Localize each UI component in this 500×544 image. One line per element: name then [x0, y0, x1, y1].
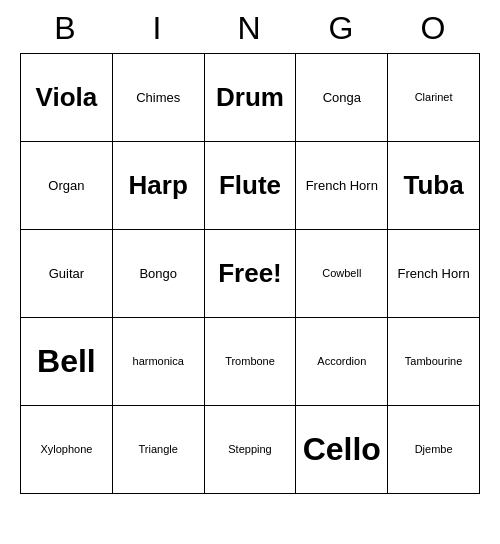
- bingo-cell: Drum: [205, 54, 297, 142]
- bingo-cell: Bell: [21, 318, 113, 406]
- header-letter: O: [388, 10, 480, 47]
- cell-label: Tambourine: [405, 355, 462, 368]
- bingo-cell: French Horn: [388, 230, 480, 318]
- bingo-cell: Guitar: [21, 230, 113, 318]
- cell-label: French Horn: [397, 266, 469, 282]
- cell-label: Guitar: [49, 266, 84, 282]
- cell-label: Stepping: [228, 443, 271, 456]
- table-row: XylophoneTriangleSteppingCelloDjembe: [21, 406, 480, 494]
- bingo-cell: Harp: [113, 142, 205, 230]
- bingo-cell: Trombone: [205, 318, 297, 406]
- cell-label: Free!: [218, 259, 282, 288]
- bingo-cell: Cowbell: [296, 230, 388, 318]
- bingo-cell: Organ: [21, 142, 113, 230]
- bingo-grid: ViolaChimesDrumCongaClarinetOrganHarpFlu…: [20, 53, 480, 494]
- table-row: BellharmonicaTromboneAccordionTambourine: [21, 318, 480, 406]
- cell-label: Cello: [303, 432, 381, 467]
- cell-label: Bongo: [139, 266, 177, 282]
- cell-label: Accordion: [317, 355, 366, 368]
- bingo-cell: Clarinet: [388, 54, 480, 142]
- bingo-cell: Free!: [205, 230, 297, 318]
- bingo-cell: Djembe: [388, 406, 480, 494]
- bingo-cell: Stepping: [205, 406, 297, 494]
- header-letter: B: [20, 10, 112, 47]
- bingo-cell: Conga: [296, 54, 388, 142]
- cell-label: Triangle: [139, 443, 178, 456]
- table-row: OrganHarpFluteFrench HornTuba: [21, 142, 480, 230]
- bingo-cell: harmonica: [113, 318, 205, 406]
- cell-label: Trombone: [225, 355, 275, 368]
- cell-label: Conga: [323, 90, 361, 106]
- header-letter: N: [204, 10, 296, 47]
- bingo-cell: Flute: [205, 142, 297, 230]
- table-row: ViolaChimesDrumCongaClarinet: [21, 54, 480, 142]
- header-letter: G: [296, 10, 388, 47]
- cell-label: Xylophone: [40, 443, 92, 456]
- bingo-cell: Viola: [21, 54, 113, 142]
- cell-label: Harp: [129, 171, 188, 200]
- header-letter: I: [112, 10, 204, 47]
- bingo-cell: French Horn: [296, 142, 388, 230]
- cell-label: Flute: [219, 171, 281, 200]
- cell-label: French Horn: [306, 178, 378, 194]
- bingo-header: BINGO: [20, 0, 480, 53]
- bingo-cell: Accordion: [296, 318, 388, 406]
- cell-label: Organ: [48, 178, 84, 194]
- table-row: GuitarBongoFree!CowbellFrench Horn: [21, 230, 480, 318]
- bingo-cell: Tuba: [388, 142, 480, 230]
- cell-label: Bell: [37, 344, 96, 379]
- bingo-cell: Bongo: [113, 230, 205, 318]
- bingo-cell: Chimes: [113, 54, 205, 142]
- cell-label: Djembe: [415, 443, 453, 456]
- bingo-cell: Xylophone: [21, 406, 113, 494]
- cell-label: Clarinet: [415, 91, 453, 104]
- cell-label: Viola: [36, 83, 98, 112]
- cell-label: Cowbell: [322, 267, 361, 280]
- cell-label: harmonica: [133, 355, 184, 368]
- bingo-cell: Tambourine: [388, 318, 480, 406]
- bingo-cell: Triangle: [113, 406, 205, 494]
- cell-label: Tuba: [403, 171, 463, 200]
- bingo-cell: Cello: [296, 406, 388, 494]
- cell-label: Chimes: [136, 90, 180, 106]
- cell-label: Drum: [216, 83, 284, 112]
